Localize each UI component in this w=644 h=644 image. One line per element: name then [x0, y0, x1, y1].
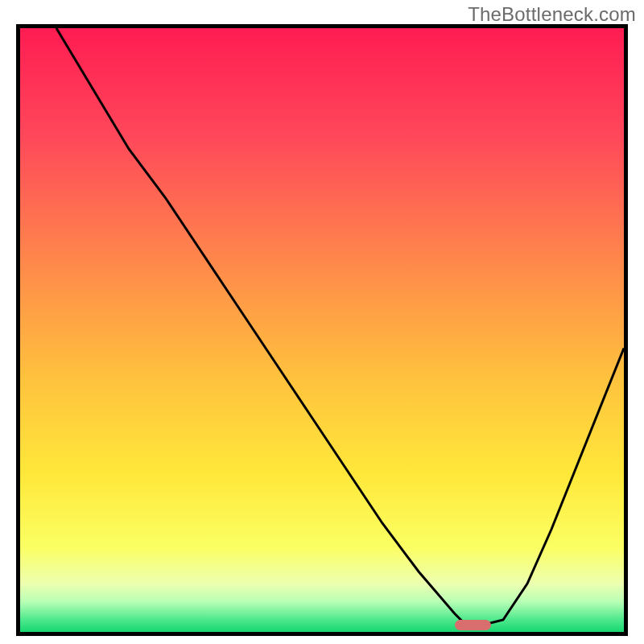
plot-frame: [16, 24, 628, 636]
chart-curve-svg: [20, 28, 624, 632]
watermark-text: TheBottleneck.com: [468, 3, 636, 26]
highlight-marker: [455, 620, 491, 630]
chart-container: TheBottleneck.com: [0, 0, 644, 644]
curve-path: [56, 28, 624, 626]
